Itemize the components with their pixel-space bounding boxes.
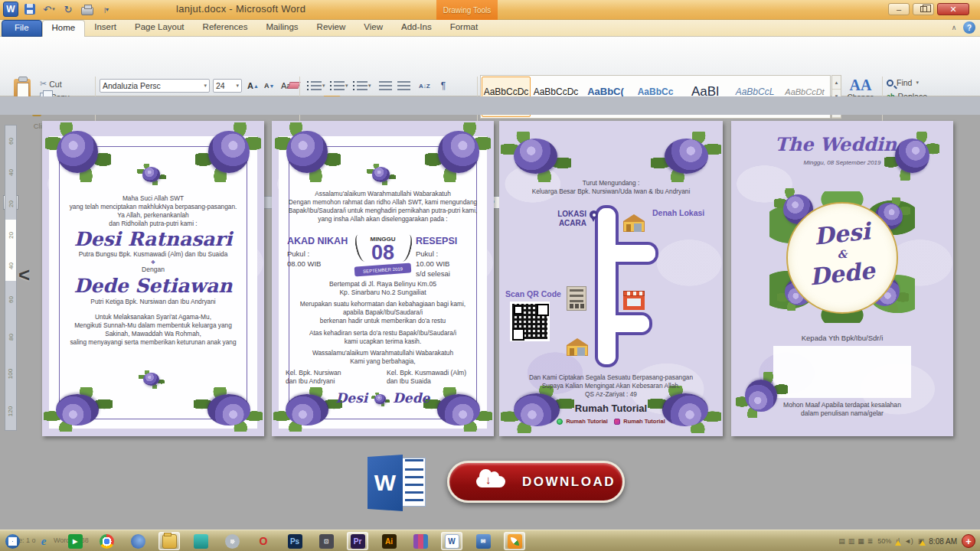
download-button[interactable]: ↓ DOWNLOAD xyxy=(447,461,625,503)
ribbon-tab[interactable]: Page Layout xyxy=(126,20,194,37)
shrink-font-button[interactable]: A▼ xyxy=(262,78,276,93)
outro-line: Untuk Melaksanakan Syari'at Agama-Mu, xyxy=(42,313,264,321)
zoom-level[interactable]: 50% xyxy=(877,537,891,545)
ribbon-tab[interactable]: Add-Ins xyxy=(392,20,441,37)
numbering-button[interactable]: ▾ xyxy=(328,78,351,93)
ruler-number: 80 xyxy=(8,334,15,341)
invitation-page-4[interactable]: The Wedding Minggu, 08 September 2019 De… xyxy=(731,121,953,436)
taskbar-icon[interactable] xyxy=(410,532,431,550)
closing-line: Kami yang berbahagia, xyxy=(272,357,494,366)
ornament-icon: ❖ xyxy=(42,259,264,266)
grow-font-button[interactable]: A▲ xyxy=(245,78,261,93)
save-icon[interactable] xyxy=(22,2,38,17)
decrease-indent-button[interactable] xyxy=(377,78,394,93)
font-size-combo[interactable]: 24▾ xyxy=(213,79,242,93)
ruler-number: 40 xyxy=(8,262,15,269)
ribbon-tab[interactable]: Format xyxy=(441,20,487,37)
qr-code xyxy=(510,302,550,341)
print-icon[interactable] xyxy=(80,2,95,17)
find-icon xyxy=(887,80,893,86)
view-toggle-icon[interactable]: ▦ xyxy=(858,537,864,545)
invitation-page-3[interactable]: Turut Mengundang :Keluarga Besar Bpk. Nu… xyxy=(499,121,723,436)
intro-line: yang insha Allah akan diselenggarakan pa… xyxy=(272,215,494,223)
invitation-page-2[interactable]: Assalamu'alaikum Warahmatullahi Wabaraka… xyxy=(272,121,494,436)
style-preview: AaBbC( xyxy=(587,86,624,97)
taskbar-icon[interactable]: ⊡ xyxy=(315,532,337,550)
taskbar-icon[interactable]: Ai xyxy=(378,532,400,550)
quote-line: Dan Kami Ciptakan Segala Sesuatu Berpasa… xyxy=(499,373,723,382)
taskbar-icon[interactable] xyxy=(158,532,180,550)
taskbar-icon[interactable]: O xyxy=(253,532,274,550)
clock[interactable]: 8:08 AM xyxy=(929,537,957,546)
para-line: Merupakan suatu kehormatan dan kebahagia… xyxy=(272,300,494,308)
word-app-icon[interactable]: W xyxy=(3,2,18,17)
lokasi-acara-label: LOKASI ACARA xyxy=(542,210,586,228)
bride-name: Desi Ratnasari xyxy=(42,228,264,250)
family-right-line: Kel. Bpk. Kusmawadi (Alm) xyxy=(387,369,482,377)
view-toggle-icon[interactable]: ▥ xyxy=(848,537,855,545)
ribbon-tab[interactable]: Review xyxy=(308,20,355,37)
house-icon xyxy=(567,338,588,356)
taskbar-icon[interactable]: Pr xyxy=(347,532,368,550)
cut-button[interactable]: ✂ Cut xyxy=(40,79,62,89)
taskbar-icon[interactable] xyxy=(504,532,525,550)
find-button[interactable]: Find▾ xyxy=(887,78,919,87)
qat-customize-icon[interactable]: |▾ xyxy=(99,2,114,17)
previous-overlay-chevron-icon[interactable]: < xyxy=(18,263,30,287)
ribbon-tab[interactable]: File xyxy=(2,20,42,37)
rose-top-right xyxy=(884,132,939,181)
instagram-icon xyxy=(614,419,620,425)
taskbar: Page: 1 o Words: 238 e▶OPs⊡PrAiW✉ ▤▥▦≣ 5… xyxy=(0,530,980,551)
intro-line: yang telah menciptakan makhlukNya berpas… xyxy=(42,203,264,211)
help-icon[interactable]: ? xyxy=(963,21,975,34)
taskbar-icon[interactable] xyxy=(221,532,243,550)
sort-button[interactable]: A↓Z xyxy=(416,78,433,93)
taskbar-icon[interactable]: e xyxy=(33,532,54,550)
network-icon[interactable]: ıl xyxy=(896,537,900,545)
bullets-icon xyxy=(311,81,322,91)
groom-name: Dede Setiawan xyxy=(42,275,264,297)
style-preview: AaBbCcL xyxy=(736,86,775,97)
redo-icon[interactable]: ↻ xyxy=(60,2,76,17)
speaker-icon[interactable]: ◄) xyxy=(904,537,913,545)
building-icon xyxy=(567,286,586,311)
collapse-ribbon-icon[interactable]: ∧ xyxy=(948,21,960,34)
ribbon-tab[interactable]: View xyxy=(354,20,392,37)
font-name-combo[interactable]: Andaluzia Persc▾ xyxy=(100,79,210,93)
taskbar-icon[interactable] xyxy=(127,532,149,550)
view-toggle-icon[interactable]: ▤ xyxy=(838,537,845,545)
invitation-page-1[interactable]: Maha Suci Allah SWTyang telah menciptaka… xyxy=(42,121,264,436)
view-toggle-icon[interactable]: ≣ xyxy=(867,537,874,545)
signature-rose-icon xyxy=(371,393,390,406)
close-button[interactable]: ✕ xyxy=(937,3,969,15)
rose-bottom-center xyxy=(139,370,165,389)
rose-bottom-left xyxy=(44,387,113,432)
resepsi-block: RESEPSI Pukul :10.00 WIBs/d selesai xyxy=(416,236,485,279)
bullets-button[interactable]: ▾ xyxy=(305,78,328,93)
taskbar-icon[interactable] xyxy=(96,532,117,550)
taskbar-icon[interactable]: ▶ xyxy=(64,532,86,550)
taskbar-icon[interactable] xyxy=(2,532,23,550)
ribbon-tab[interactable]: References xyxy=(194,20,257,37)
undo-icon[interactable]: ↶▾ xyxy=(41,2,57,17)
increase-indent-button[interactable] xyxy=(395,78,413,93)
minimize-button[interactable]: – xyxy=(888,3,910,15)
groom-parents: Putri Ketiga Bpk. Nursiwan dan Ibu Andry… xyxy=(42,298,264,305)
ribbon-tab[interactable]: Insert xyxy=(85,20,126,37)
rose-top-right xyxy=(425,122,491,182)
vertical-ruler[interactable]: 604020 2040 6080100120 xyxy=(5,125,17,431)
show-marks-button[interactable]: ¶ xyxy=(436,78,450,93)
multilevel-list-button[interactable]: ▾ xyxy=(351,78,374,93)
styles-scroll-up-icon[interactable]: ▲ xyxy=(832,76,841,90)
taskbar-icon[interactable]: ✉ xyxy=(472,532,494,550)
ruler-number: 20 xyxy=(8,201,15,207)
restore-button[interactable] xyxy=(913,3,934,15)
monitor-icon[interactable]: ▣ xyxy=(918,537,925,545)
taskbar-icon[interactable]: Ps xyxy=(284,532,305,550)
taskbar-icon[interactable] xyxy=(190,532,211,550)
ribbon-tab[interactable]: Home xyxy=(42,20,86,37)
overlay-plus-icon[interactable]: + xyxy=(962,534,975,548)
taskbar-icon[interactable]: W xyxy=(441,532,462,550)
ribbon-tab[interactable]: Mailings xyxy=(256,20,307,37)
brand-name: Rumah Tutorial xyxy=(499,403,723,414)
